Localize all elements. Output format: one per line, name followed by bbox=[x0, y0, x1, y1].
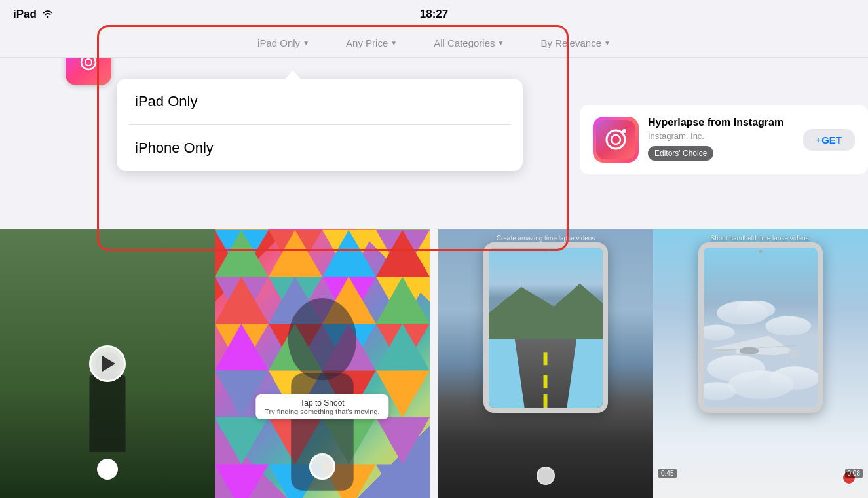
ipad-screen-4 bbox=[704, 248, 818, 408]
record-button-1[interactable] bbox=[97, 459, 118, 480]
time-start: 0:45 bbox=[658, 469, 676, 478]
play-button[interactable] bbox=[89, 345, 126, 382]
svg-point-67 bbox=[736, 301, 776, 319]
filter-sort-label: By Relevance bbox=[540, 37, 601, 48]
filter-device-label: iPad Only bbox=[257, 37, 300, 48]
svg-point-2 bbox=[85, 59, 92, 66]
filter-bar: iPad Only ▼ Any Price ▼ All Categories ▼… bbox=[0, 29, 868, 58]
get-plus-icon: + bbox=[816, 136, 820, 144]
filter-categories-label: All Categories bbox=[434, 37, 495, 48]
app-icon bbox=[593, 117, 639, 163]
filter-device-arrow: ▼ bbox=[303, 39, 309, 47]
road-svg bbox=[489, 248, 603, 408]
dropdown-item-iphone-only[interactable]: iPhone Only bbox=[117, 125, 523, 171]
record-button-3[interactable] bbox=[537, 467, 555, 485]
editors-choice-badge: Editors' Choice bbox=[648, 146, 713, 161]
device-label: iPad bbox=[13, 8, 37, 21]
get-button[interactable]: + GET bbox=[803, 129, 855, 151]
tap-to-shoot-tooltip: Tap to Shoot Try finding something that'… bbox=[255, 394, 388, 419]
svg-marker-12 bbox=[215, 229, 269, 230]
app-developer: Instagram, Inc. bbox=[648, 131, 794, 141]
ipad-frame-4 bbox=[698, 242, 823, 413]
filter-price[interactable]: Any Price ▼ bbox=[328, 29, 415, 58]
svg-point-0 bbox=[47, 16, 49, 18]
app-info: Hyperlapse from Instagram Instagram, Inc… bbox=[648, 117, 794, 161]
svg-marker-44 bbox=[215, 417, 269, 465]
airplane-svg bbox=[704, 248, 818, 408]
filter-price-label: Any Price bbox=[346, 37, 388, 48]
svg-point-56 bbox=[288, 298, 356, 380]
svg-point-77 bbox=[728, 370, 793, 399]
svg-rect-4 bbox=[596, 120, 635, 159]
svg-marker-48 bbox=[215, 465, 269, 498]
filter-sort-arrow: ▼ bbox=[604, 39, 611, 47]
wifi-icon bbox=[42, 9, 54, 20]
svg-point-68 bbox=[765, 316, 811, 336]
tooltip-line2: Try finding something that's moving. bbox=[265, 408, 379, 415]
ipad-camera-3 bbox=[544, 249, 547, 252]
status-left: iPad bbox=[13, 8, 54, 21]
ipad-frame-3 bbox=[483, 242, 608, 413]
filter-categories-arrow: ▼ bbox=[498, 39, 504, 47]
app-name: Hyperlapse from Instagram bbox=[648, 117, 794, 128]
play-triangle-icon bbox=[102, 356, 115, 372]
svg-marker-51 bbox=[376, 465, 402, 498]
dropdown-arrow bbox=[285, 70, 301, 79]
status-time: 18:27 bbox=[420, 8, 448, 21]
time-end: 0:08 bbox=[845, 469, 863, 478]
screenshot-2-selfie: Tap to Shoot Try finding something that'… bbox=[215, 229, 430, 498]
status-bar: iPad 18:27 bbox=[0, 0, 868, 29]
svg-point-7 bbox=[622, 129, 626, 133]
filter-categories[interactable]: All Categories ▼ bbox=[415, 29, 522, 58]
filter-price-arrow: ▼ bbox=[390, 39, 397, 47]
get-label: GET bbox=[821, 134, 842, 145]
screenshot-1-video bbox=[0, 229, 215, 498]
separator bbox=[430, 229, 438, 498]
svg-point-74 bbox=[740, 347, 759, 354]
tooltip-line1: Tap to Shoot bbox=[265, 398, 379, 408]
screenshots-area: Tap to Shoot Try finding something that'… bbox=[0, 229, 868, 498]
svg-rect-63 bbox=[544, 375, 548, 388]
svg-rect-64 bbox=[544, 394, 548, 408]
screenshot-3-road: Create amazing time lapse videoswith Hyp… bbox=[438, 229, 653, 498]
svg-marker-13 bbox=[269, 229, 322, 230]
ipad-camera-4 bbox=[759, 250, 763, 253]
filter-sort[interactable]: By Relevance ▼ bbox=[522, 29, 628, 58]
screenshot-4-airplane: Shoot handheld time lapse videos,even wh… bbox=[653, 229, 868, 498]
svg-marker-14 bbox=[322, 229, 376, 230]
svg-rect-62 bbox=[544, 352, 548, 365]
svg-marker-47 bbox=[376, 417, 430, 465]
filter-device[interactable]: iPad Only ▼ bbox=[239, 29, 328, 58]
ipad-screen-road bbox=[489, 248, 603, 408]
record-button-2[interactable] bbox=[309, 453, 335, 480]
dropdown-menu: iPad Only iPhone Only bbox=[117, 79, 523, 171]
svg-marker-15 bbox=[376, 229, 430, 230]
app-card: Hyperlapse from Instagram Instagram, Inc… bbox=[580, 105, 868, 174]
dropdown-item-ipad-only[interactable]: iPad Only bbox=[117, 79, 523, 125]
